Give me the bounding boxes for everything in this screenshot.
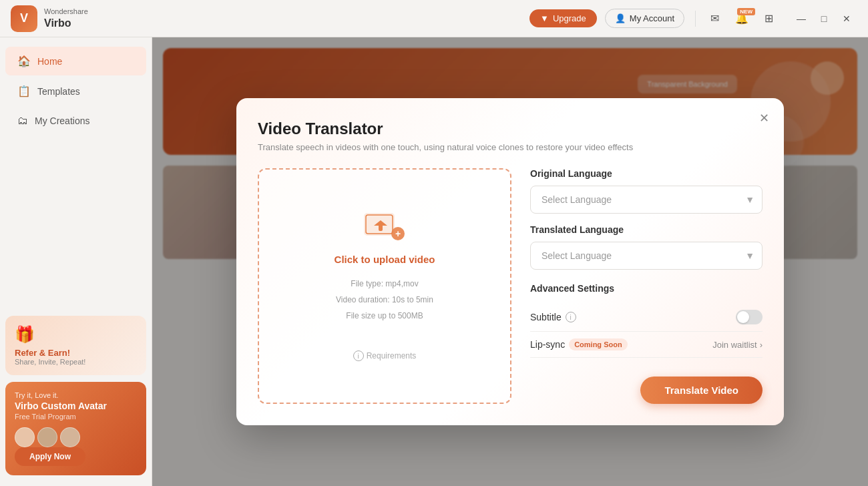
- mail-icon-button[interactable]: ✉: [706, 9, 723, 27]
- product-name: Virbo: [44, 17, 88, 29]
- title-bar: V Wondershare Virbo ▼ Upgrade 👤 My Accou…: [0, 0, 868, 37]
- close-window-button[interactable]: ✕: [836, 8, 857, 29]
- upload-requirements[interactable]: i Requirements: [353, 350, 417, 361]
- window-controls: — □ ✕: [791, 8, 857, 29]
- modal-close-button[interactable]: ✕: [754, 109, 773, 128]
- lipsync-setting-row: Lip-sync Coming Soon Join waitlist ›: [530, 332, 763, 358]
- original-language-select-wrapper: Select Language English Chinese Spanish …: [530, 186, 763, 214]
- lipsync-label: Lip-sync Coming Soon: [530, 338, 628, 350]
- apply-now-button[interactable]: Apply Now: [15, 447, 85, 466]
- upload-info: File type: mp4,mov Video duration: 10s t…: [336, 276, 433, 324]
- upload-area[interactable]: + Click to upload video File type: mp4,m…: [258, 168, 511, 404]
- upload-click-text: Click to upload video: [335, 254, 435, 265]
- minimize-button[interactable]: —: [791, 8, 812, 29]
- sidebar-item-home[interactable]: 🏠 Home: [5, 47, 146, 75]
- maximize-button[interactable]: □: [813, 8, 835, 29]
- account-icon: 👤: [615, 13, 626, 23]
- subtitle-info-icon[interactable]: i: [566, 312, 576, 322]
- upload-icon: +: [363, 211, 406, 243]
- app-logo-icon: V: [11, 5, 37, 32]
- sidebar-item-templates[interactable]: 📋 Templates: [5, 77, 146, 105]
- subtitle-toggle-knob: [737, 311, 749, 323]
- title-bar-actions: ▼ Upgrade 👤 My Account ✉ 🔔 NEW ⊞ — □ ✕: [529, 8, 857, 29]
- content-area: Transparent Background ✕ Video Translato…: [152, 37, 868, 486]
- subtitle-label: Subtitle i: [530, 312, 576, 322]
- join-waitlist-button[interactable]: Join waitlist ›: [712, 340, 763, 350]
- sidebar-bottom: 🎁 Refer & Earn! Share, Invite, Repeat! T…: [5, 316, 146, 475]
- advanced-settings-title: Advanced Settings: [530, 283, 763, 294]
- brand-name: Wondershare: [44, 7, 88, 16]
- svg-rect-3: [379, 223, 383, 231]
- translate-video-button[interactable]: Translate Video: [640, 377, 763, 404]
- video-translator-modal: ✕ Video Translator Translate speech in v…: [236, 98, 784, 425]
- trial-avatar-2: [37, 427, 57, 447]
- original-language-label: Original Language: [530, 168, 763, 179]
- trial-card: Try it, Love it. Virbo Custom Avatar Fre…: [5, 382, 146, 475]
- settings-panel: Original Language Select Language Englis…: [530, 168, 763, 404]
- modal-body: + Click to upload video File type: mp4,m…: [258, 168, 763, 404]
- home-icon: 🏠: [17, 55, 31, 67]
- notification-icon-button[interactable]: 🔔 NEW: [731, 9, 752, 27]
- translated-language-select[interactable]: Select Language English Chinese Spanish …: [530, 242, 763, 270]
- logo-text: Wondershare Virbo: [44, 7, 88, 29]
- subtitle-toggle[interactable]: [736, 310, 763, 324]
- svg-text:+: +: [395, 228, 401, 239]
- coming-soon-badge: Coming Soon: [569, 338, 628, 350]
- trial-avatar-1: [15, 427, 35, 447]
- sidebar-item-my-creations[interactable]: 🗂 My Creations: [5, 107, 146, 135]
- referral-icon: 🎁: [15, 325, 137, 344]
- translated-language-select-wrapper: Select Language English Chinese Spanish …: [530, 242, 763, 270]
- creations-icon: 🗂: [17, 115, 28, 127]
- subtitle-setting-row: Subtitle i: [530, 303, 763, 332]
- grid-icon-button[interactable]: ⊞: [761, 9, 777, 27]
- original-language-select[interactable]: Select Language English Chinese Spanish …: [530, 186, 763, 214]
- translate-btn-area: Translate Video: [530, 377, 763, 404]
- my-account-button[interactable]: 👤 My Account: [605, 9, 684, 28]
- modal-title: Video Translator: [258, 119, 763, 138]
- modal-subtitle: Translate speech in videos with one touc…: [258, 142, 763, 152]
- templates-icon: 📋: [17, 85, 31, 97]
- main-layout: 🏠 Home 📋 Templates 🗂 My Creations 🎁 Refe…: [0, 37, 868, 486]
- trial-avatar-3: [60, 427, 80, 447]
- requirements-info-icon: i: [353, 350, 364, 361]
- chevron-right-icon: ›: [760, 340, 763, 350]
- upgrade-button[interactable]: ▼ Upgrade: [529, 9, 597, 27]
- trial-avatars: [15, 427, 137, 447]
- translated-language-label: Translated Language: [530, 224, 763, 235]
- sidebar: 🏠 Home 📋 Templates 🗂 My Creations 🎁 Refe…: [0, 37, 152, 486]
- modal-overlay: ✕ Video Translator Translate speech in v…: [152, 37, 868, 486]
- referral-card: 🎁 Refer & Earn! Share, Invite, Repeat!: [5, 316, 146, 375]
- logo-area: V Wondershare Virbo: [11, 5, 88, 32]
